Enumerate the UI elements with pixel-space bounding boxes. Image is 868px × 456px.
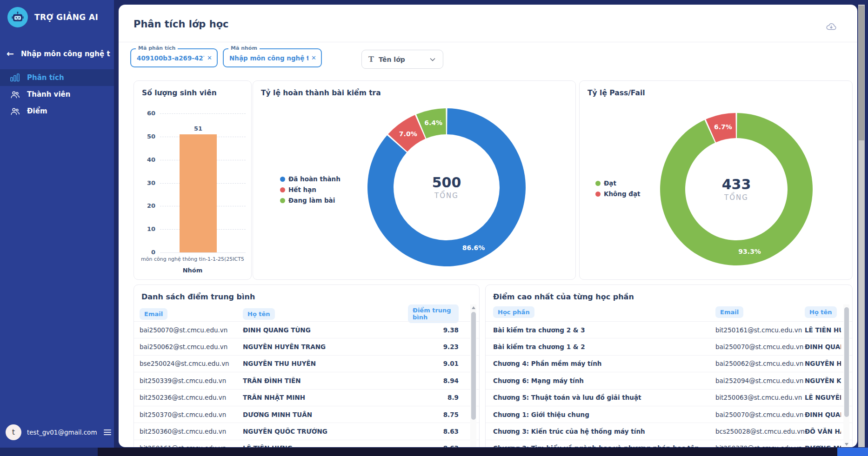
filter-group-chip[interactable]: Mã nhóm Nhập môn công nghệ thông t... ✕ <box>223 48 322 67</box>
table-row: Bài kiểm tra chương 2 & 3bit250161@st.cm… <box>486 321 852 338</box>
table-row: Chương 6: Mạng máy tínhbai252094@st.cmcu… <box>486 372 852 389</box>
top-col-email[interactable]: Email <box>715 306 743 318</box>
pie-percent-label: 93.3% <box>738 248 761 255</box>
course-back-row[interactable]: ← Nhập môn công nghệ th... <box>0 27 114 58</box>
table-row: Chương 5: Thuật toán và lưu đồ giải thuậ… <box>486 389 852 406</box>
cell-email: bit250161@st.cmcu.edu.vn <box>715 326 805 334</box>
table-row: Chương 1: Giới thiệu chungbai250070@st.c… <box>486 406 852 423</box>
cell-email: bit250370@st.cmcu.edu.vn <box>140 411 243 418</box>
horizontal-scrollbar-thumb[interactable] <box>837 448 868 456</box>
sidebar-item-2[interactable]: Điểm <box>0 103 114 119</box>
class-name-select[interactable]: T Tên lớp <box>361 50 443 69</box>
legend-dot <box>595 192 601 197</box>
filter-analysis-value: 409100b3-a269-4273-909 <box>137 54 204 62</box>
cloud-download-icon[interactable] <box>826 21 837 33</box>
top-table-scrollbar[interactable] <box>843 304 849 447</box>
filter-group-clear-icon[interactable]: ✕ <box>311 54 316 61</box>
legend-item[interactable]: Không đạt <box>595 190 641 198</box>
table-row: Chương 3: Kiến trúc của hệ thống máy tín… <box>486 423 852 439</box>
legend-item[interactable]: Hết hạn <box>280 186 341 193</box>
cell-module: Chương 2: Tìm hiểu về ngành học và phươn… <box>493 444 715 447</box>
cell-name: LÊ TIẾN HƯNG <box>243 444 408 447</box>
table-row: bit250236@st.cmcu.edu.vnTRẦN NHẬT MINH8.… <box>134 389 479 406</box>
cell-score: 8.63 <box>408 444 459 447</box>
pass-fail-donut-chart: 93.3%6.7% 433 TỔNG <box>660 113 813 265</box>
x-category-label: môn công nghệ thông tin-1-1-25(25ICT5 <box>134 256 251 262</box>
y-tick-label: 50 <box>135 133 155 140</box>
page-scrollbar-thumb[interactable] <box>859 6 864 140</box>
back-arrow-icon[interactable]: ← <box>7 49 14 58</box>
cell-email: bit250370@st.cmcu.edu.vn <box>715 444 805 447</box>
pie-percent-label: 6.4% <box>424 119 442 126</box>
filter-group-label: Mã nhóm <box>228 45 260 51</box>
legend-label: Không đạt <box>604 190 641 198</box>
avg-col-score[interactable]: Điểm trung bình <box>408 304 459 323</box>
avg-table-header: Email Họ tên Điểm trung bình <box>134 304 479 319</box>
sidebar-item-label: Điểm <box>27 107 47 115</box>
top-col-name[interactable]: Họ tên <box>805 306 837 318</box>
table-row: Chương 4: Phần mềm máy tínhbai250062@st.… <box>486 355 852 372</box>
legend-label: Hết hạn <box>288 186 316 193</box>
legend-label: Đạt <box>604 179 616 187</box>
bar-gridline <box>160 113 246 114</box>
sidebar-item-1[interactable]: Thành viên <box>0 86 114 103</box>
avg-table-scrollbar[interactable] <box>470 304 476 447</box>
y-tick-label: 60 <box>135 110 155 117</box>
cell-name: NGUYỄN HUYỀ <box>805 360 841 367</box>
app-title: TRỢ GIẢNG AI <box>34 13 98 22</box>
cell-name: ĐINH QUANG T <box>805 411 841 418</box>
cell-email: bai250062@st.cmcu.edu.vn <box>715 360 805 367</box>
page-scrollbar[interactable] <box>858 5 865 447</box>
sidebar-item-0[interactable]: Phân tích <box>0 69 114 86</box>
filter-group-value: Nhập môn công nghệ thông t... <box>229 54 308 62</box>
cell-score: 8.75 <box>408 411 459 418</box>
top-col-module[interactable]: Học phần <box>493 306 534 318</box>
cell-module: Bài kiểm tra chương 1 & 2 <box>493 343 715 350</box>
cell-name: DƯƠNG MINH <box>805 444 841 447</box>
top-table-header: Học phần Email Họ tên <box>486 304 852 319</box>
pass-fail-title: Tỷ lệ Pass/Fail <box>588 89 645 97</box>
student-count-bar <box>180 134 217 252</box>
filter-analysis-chip[interactable]: Mã phân tích 409100b3-a269-4273-909 ✕ <box>130 48 218 67</box>
user-row[interactable]: t test_gv01@gmail.com <box>0 424 114 440</box>
y-tick-label: 0 <box>135 249 155 256</box>
sidebar: TRỢ GIẢNG AI ← Nhập môn công nghệ th... … <box>0 0 114 456</box>
cell-name: NGUYỄN THU HUYỀN <box>243 360 408 367</box>
legend-item[interactable]: Đã hoàn thành <box>280 175 341 183</box>
avg-col-name[interactable]: Họ tên <box>243 308 275 320</box>
legend-item[interactable]: Đạt <box>595 179 641 187</box>
people-icon <box>10 106 20 116</box>
avg-table-body: bai250070@st.cmcu.edu.vnĐINH QUANG TÙNG9… <box>134 321 479 447</box>
students-count-card: Số lượng sinh viên 605040302010051môn cô… <box>134 80 252 280</box>
cell-name: NGUYỄN HUYỀN TRANG <box>243 343 408 350</box>
avg-col-email[interactable]: Email <box>140 308 167 320</box>
y-tick-label: 40 <box>135 156 155 163</box>
cell-module: Chương 3: Kiến trúc của hệ thống máy tín… <box>493 428 715 435</box>
legend-item[interactable]: Đang làm bài <box>280 197 341 204</box>
filter-analysis-clear-icon[interactable]: ✕ <box>207 54 212 61</box>
table-row: bit250161@st.cmcu.edu.vnLÊ TIẾN HƯNG8.63 <box>134 440 479 447</box>
y-tick-label: 20 <box>135 202 155 209</box>
user-avatar[interactable]: t <box>6 424 21 440</box>
table-row: Chương 2: Tìm hiểu về ngành học và phươn… <box>486 440 852 447</box>
cell-name: DƯƠNG MINH TUẤN <box>243 411 408 418</box>
completion-legend: Đã hoàn thànhHết hạnĐang làm bài <box>280 175 341 204</box>
text-filter-icon: T <box>368 55 374 64</box>
user-menu-icon[interactable] <box>104 430 111 435</box>
main-panel: Phân tích lớp học Mã phân tích 409100b3-… <box>119 5 857 447</box>
legend-dot <box>595 181 601 186</box>
cell-score: 8.94 <box>408 377 459 384</box>
cell-score: 9.38 <box>408 326 459 334</box>
filter-analysis-label: Mã phân tích <box>136 45 178 51</box>
header-divider <box>119 42 857 42</box>
table-row: Bài kiểm tra chương 1 & 2bai250070@st.cm… <box>486 338 852 355</box>
cell-score: 8.63 <box>408 428 459 435</box>
y-tick-label: 30 <box>135 179 155 186</box>
cell-email: bit250339@st.cmcu.edu.vn <box>140 377 243 384</box>
cell-email: bse250024@st.cmcu.edu.vn <box>140 360 243 367</box>
legend-dot <box>280 187 285 192</box>
cell-module: Chương 4: Phần mềm máy tính <box>493 360 715 367</box>
pie-percent-label: 7.0% <box>399 130 417 138</box>
sidebar-nav: Phân tíchThành viênĐiểm <box>0 69 114 119</box>
completion-rate-title: Tỷ lệ hoàn thành bài kiểm tra <box>261 89 381 97</box>
